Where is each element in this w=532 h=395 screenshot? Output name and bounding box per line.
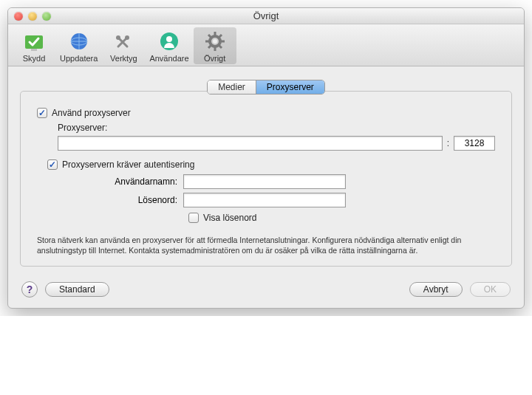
username-input[interactable] xyxy=(183,174,346,189)
use-proxy-row: Använd proxyserver xyxy=(37,108,495,118)
svg-line-13 xyxy=(208,35,211,38)
proxy-host-input[interactable] xyxy=(58,136,443,151)
footer: ? Standard Avbryt OK xyxy=(8,277,524,308)
titlebar: Övrigt xyxy=(8,8,524,24)
proxy-groupbox: Använd proxyserver Proxyserver: : Proxys… xyxy=(20,91,512,267)
window-title: Övrigt xyxy=(8,10,524,21)
toolbar-item-anvandare[interactable]: Användare xyxy=(145,27,193,64)
tools-icon xyxy=(112,30,135,53)
toolbar-label: Uppdatera xyxy=(60,54,98,63)
username-label: Användarnamn: xyxy=(58,176,183,187)
globe-icon xyxy=(67,30,91,53)
toolbar-label: Användare xyxy=(149,54,188,63)
password-input[interactable] xyxy=(183,193,346,207)
shield-icon xyxy=(22,30,46,53)
proxy-label: Proxyserver: xyxy=(58,123,495,133)
tab-proxyserver[interactable]: Proxyserver xyxy=(256,80,324,94)
show-password-checkbox[interactable] xyxy=(188,213,199,223)
window-controls xyxy=(8,12,51,21)
user-icon xyxy=(157,30,181,53)
preferences-window: Övrigt Skydd Uppdatera xyxy=(7,7,525,309)
help-text: Stora nätverk kan använda en proxyserver… xyxy=(37,235,495,255)
auth-checkbox[interactable] xyxy=(47,159,58,170)
svg-point-17 xyxy=(213,39,217,44)
svg-line-16 xyxy=(208,46,211,49)
toolbar-label: Skydd xyxy=(23,54,46,63)
toolbar-item-skydd[interactable]: Skydd xyxy=(13,27,55,64)
svg-point-7 xyxy=(166,36,172,42)
ok-button[interactable]: OK xyxy=(470,282,511,297)
show-password-row: Visa lösenord xyxy=(188,213,495,223)
svg-line-14 xyxy=(219,46,222,49)
svg-rect-1 xyxy=(31,49,37,51)
auth-label: Proxyservern kräver autentisering xyxy=(62,159,194,170)
toolbar-item-ovrigt[interactable]: Övrigt xyxy=(194,27,236,64)
gear-icon xyxy=(203,30,227,53)
content-area: Medier Proxyserver Använd proxyserver Pr… xyxy=(8,66,524,277)
show-password-label: Visa lösenord xyxy=(203,213,257,223)
use-proxy-label: Använd proxyserver xyxy=(52,108,131,118)
standard-button[interactable]: Standard xyxy=(45,282,109,297)
subtabs: Medier Proxyserver xyxy=(207,80,325,95)
close-icon[interactable] xyxy=(14,12,23,21)
toolbar-label: Övrigt xyxy=(204,54,225,63)
port-separator: : xyxy=(447,138,449,148)
toolbar-item-verktyg[interactable]: Verktyg xyxy=(102,27,145,64)
minimize-icon[interactable] xyxy=(28,12,37,21)
toolbar-label: Verktyg xyxy=(110,54,137,63)
toolbar-item-uppdatera[interactable]: Uppdatera xyxy=(55,27,102,64)
svg-point-4 xyxy=(116,35,120,40)
auth-row: Proxyservern kräver autentisering xyxy=(47,159,495,170)
zoom-icon[interactable] xyxy=(42,12,51,21)
proxy-port-input[interactable] xyxy=(454,136,495,151)
use-proxy-checkbox[interactable] xyxy=(37,108,47,118)
cancel-button[interactable]: Avbryt xyxy=(409,282,463,297)
toolbar: Skydd Uppdatera Verktyg xyxy=(8,24,524,66)
svg-point-5 xyxy=(125,35,129,40)
svg-line-15 xyxy=(219,35,222,38)
help-button[interactable]: ? xyxy=(21,281,38,298)
tab-medier[interactable]: Medier xyxy=(208,80,256,94)
password-label: Lösenord: xyxy=(58,195,183,205)
